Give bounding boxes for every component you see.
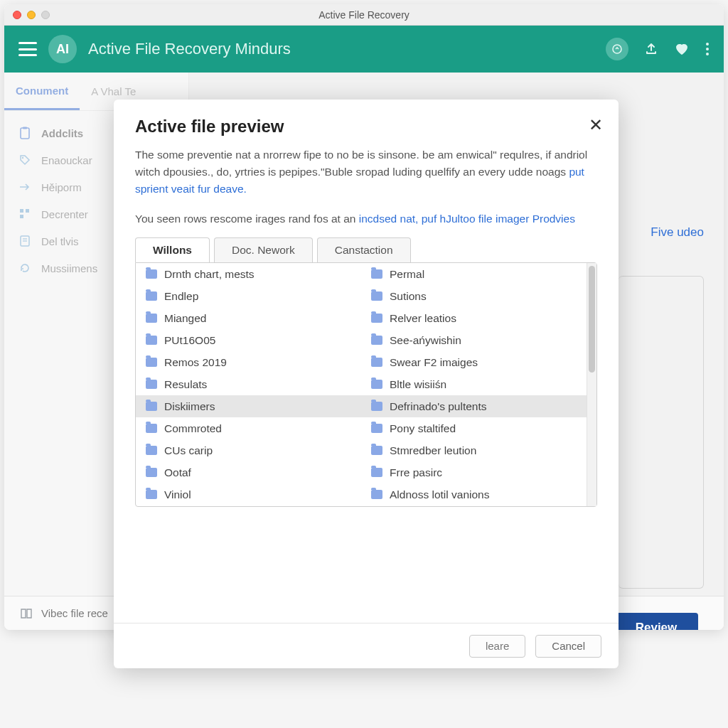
file-item-label: PUt16O05 xyxy=(164,334,215,347)
file-item[interactable]: PUt16O05 xyxy=(136,329,361,351)
file-item[interactable]: Commroted xyxy=(136,417,361,439)
file-item[interactable]: See-ańywishin xyxy=(361,329,587,351)
folder-icon xyxy=(146,380,157,389)
file-item[interactable]: Swear F2 imaiges xyxy=(361,351,587,373)
folder-icon xyxy=(146,291,157,301)
modal-subtext: You seen rows rescome irages rand fos at… xyxy=(114,205,619,237)
cancel-button[interactable]: Cancel xyxy=(535,635,601,658)
file-item-label: CUs carip xyxy=(164,444,213,457)
folder-icon xyxy=(371,402,382,411)
menu-icon[interactable] xyxy=(18,42,37,56)
file-item[interactable]: Endlep xyxy=(136,285,361,307)
file-item[interactable]: Permal xyxy=(361,263,587,285)
folder-icon xyxy=(371,490,382,499)
header-actions xyxy=(606,38,710,60)
file-item-label: Remos 2019 xyxy=(164,356,227,369)
file-item-label: Drnth chart, mests xyxy=(164,268,255,281)
folder-icon xyxy=(371,468,382,477)
file-item[interactable]: Pony staltifed xyxy=(361,417,587,439)
brand-logo: AI xyxy=(48,35,77,63)
svg-point-0 xyxy=(613,45,621,53)
folder-icon xyxy=(371,446,382,455)
file-item-label: See-ańywishin xyxy=(390,334,461,347)
folder-icon xyxy=(146,269,157,279)
file-item-label: Viniol xyxy=(164,488,191,501)
file-item-label: Pony staltifed xyxy=(390,422,456,435)
file-item-label: Frre pasirc xyxy=(390,466,442,479)
file-item-label: Endlep xyxy=(164,290,198,303)
file-list-pane: Drnth chart, mestsEndlepMiangedPUt16O05R… xyxy=(135,262,597,507)
scrollbar-thumb[interactable] xyxy=(589,266,595,373)
modal-tabs: Willons Doc. Nework Canstaction xyxy=(114,237,619,262)
kebab-menu-icon[interactable] xyxy=(705,42,710,56)
folder-icon xyxy=(146,424,157,433)
file-item[interactable]: Stmredber leution xyxy=(361,439,587,461)
file-item[interactable]: Aldnoss lotil vanions xyxy=(361,483,587,505)
modal-sub-link2[interactable]: Prodvies xyxy=(532,213,575,225)
file-preview-modal: Active file preview ✕ The some preventie… xyxy=(114,100,619,668)
file-item[interactable]: Relver leatios xyxy=(361,307,587,329)
file-item[interactable]: Viniol xyxy=(136,483,361,505)
file-item[interactable]: CUs carip xyxy=(136,439,361,461)
file-item-label: Permal xyxy=(390,268,424,281)
upload-icon[interactable] xyxy=(644,42,658,56)
file-item[interactable]: Sutions xyxy=(361,285,587,307)
footer-label: Vibec file rece xyxy=(41,607,108,619)
modal-tab-2[interactable]: Canstaction xyxy=(317,237,411,262)
folder-icon xyxy=(146,402,157,411)
file-item-label: Stmredber leution xyxy=(390,444,476,457)
folder-icon xyxy=(146,468,157,477)
close-icon[interactable]: ✕ xyxy=(589,115,603,135)
file-column-right: PermalSutionsRelver leatiosSee-ańywishin… xyxy=(361,263,587,506)
brand-text: Active File Recovery Mindurs xyxy=(88,40,594,58)
file-item-label: Resulats xyxy=(164,378,207,391)
folder-icon xyxy=(371,314,382,323)
heart-icon[interactable] xyxy=(674,42,690,56)
file-item[interactable]: Resulats xyxy=(136,373,361,395)
file-item[interactable]: Diskiimers xyxy=(136,395,361,417)
file-item[interactable]: Drnth chart, mests xyxy=(136,263,361,285)
scrollbar[interactable] xyxy=(587,263,596,506)
modal-footer: leare Cancel xyxy=(114,623,619,668)
file-item-label: Defrinado's pultents xyxy=(390,400,487,413)
file-item-label: Diskiimers xyxy=(164,400,215,413)
modal-description: The some preventie nat a nrorrew fipe to… xyxy=(135,146,597,198)
file-item[interactable]: Ootaf xyxy=(136,461,361,483)
file-item[interactable]: Frre pasirc xyxy=(361,461,587,483)
file-item-label: Mianged xyxy=(164,312,206,325)
review-button[interactable]: Review xyxy=(614,613,698,630)
file-item-label: Sutions xyxy=(390,290,427,303)
modal-tab-1[interactable]: Doc. Nework xyxy=(214,237,313,262)
circle-arrow-icon xyxy=(612,44,622,54)
folder-icon xyxy=(146,336,157,345)
window-title: Active File Recovery xyxy=(4,9,724,21)
file-item-label: Bltle wisiiśn xyxy=(390,378,446,391)
peek-link[interactable]: Five udeo xyxy=(651,225,704,240)
file-item[interactable]: Bltle wisiiśn xyxy=(361,373,587,395)
folder-icon xyxy=(371,424,382,433)
file-item[interactable]: Remos 2019 xyxy=(136,351,361,373)
notification-button[interactable] xyxy=(606,38,628,60)
content-panel-outline xyxy=(619,276,704,589)
folder-icon xyxy=(371,358,382,367)
svg-point-2 xyxy=(706,48,709,50)
file-item-label: Swear F2 imaiges xyxy=(390,356,478,369)
brand-initials: AI xyxy=(56,42,69,57)
svg-point-1 xyxy=(706,43,709,46)
file-item-label: Ootaf xyxy=(164,466,191,479)
folder-icon xyxy=(371,336,382,345)
modal-sub-link1[interactable]: incdsed nat, puf hJultoo file imager xyxy=(359,213,530,225)
modal-tab-0[interactable]: Willons xyxy=(135,237,210,262)
file-item-label: Relver leatios xyxy=(390,312,456,325)
titlebar: Active File Recovery xyxy=(4,4,724,26)
learn-button[interactable]: leare xyxy=(469,635,525,658)
modal-sub-text: You seen rows rescome irages rand fos at… xyxy=(135,213,359,225)
file-item-label: Commroted xyxy=(164,422,222,435)
file-item[interactable]: Defrinado's pultents xyxy=(361,395,587,417)
file-item[interactable]: Mianged xyxy=(136,307,361,329)
folder-icon xyxy=(371,291,382,301)
modal-title: Active file preview xyxy=(135,117,597,136)
modal-desc-text: The some preventie nat a nrorrew fipe to… xyxy=(135,149,587,178)
file-column-left: Drnth chart, mestsEndlepMiangedPUt16O05R… xyxy=(136,263,361,506)
app-header: AI Active File Recovery Mindurs xyxy=(4,26,724,73)
